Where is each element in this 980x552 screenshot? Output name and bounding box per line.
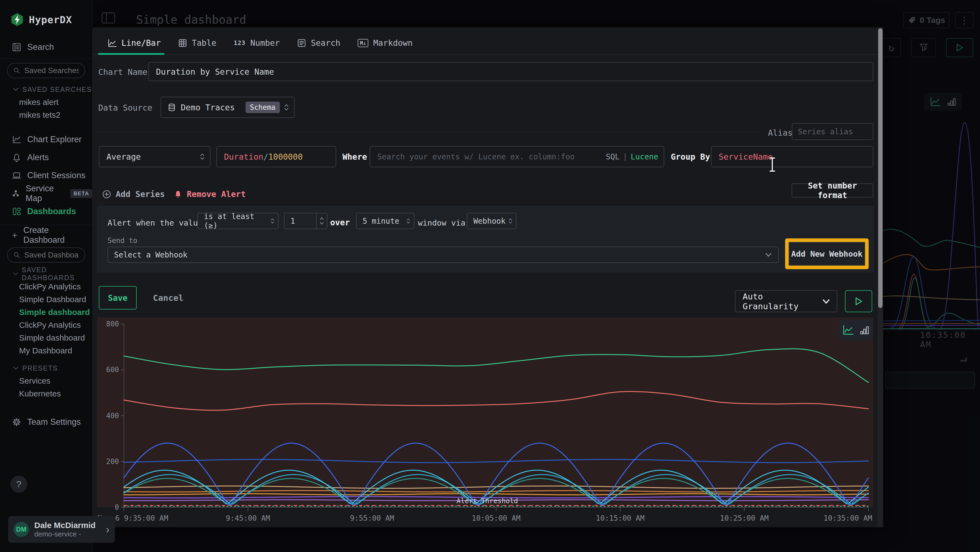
sidebar-item-saved-dashboard[interactable]: Simple Dashboard <box>0 293 92 306</box>
webhook-select[interactable]: Select a Webhook <box>108 247 778 263</box>
divider <box>0 225 92 225</box>
line-chart-icon <box>843 324 853 335</box>
number-spinner[interactable] <box>316 213 327 228</box>
tab-line-bar[interactable]: Line/Bar <box>108 38 161 48</box>
sidebar-item-service-map[interactable]: Service Map BETA <box>0 185 92 203</box>
search-lines-icon <box>297 39 306 48</box>
cancel-button[interactable]: Cancel <box>153 293 183 303</box>
avatar: DM <box>14 522 29 537</box>
beta-badge: BETA <box>70 189 92 198</box>
tab-search[interactable]: Search <box>297 38 340 48</box>
aggregation-select[interactable]: Average <box>99 146 210 167</box>
chart-name-input[interactable] <box>149 67 873 77</box>
data-source-label: Data Source <box>98 103 153 113</box>
scrollbar-thumb[interactable] <box>878 28 883 308</box>
aggregation-value: Average <box>99 152 200 161</box>
set-number-format-button[interactable]: Set number format <box>792 183 873 198</box>
sidebar-item-search[interactable]: Search <box>0 38 92 56</box>
sidebar-item-saved-dashboard[interactable]: Simple dashboard <box>0 306 92 319</box>
edit-chart-modal: Line/BarTable123NumberSearchM↓Markdown C… <box>92 27 883 527</box>
sidebar-item-chart-explorer[interactable]: Chart Explorer <box>0 131 92 148</box>
chart-name-field[interactable] <box>148 62 873 81</box>
remove-alert-button[interactable]: Remove Alert <box>174 189 246 199</box>
alias-field[interactable] <box>792 123 873 140</box>
modal-scrollbar <box>878 27 883 527</box>
alias-label: Alias <box>768 128 792 137</box>
sql-toggle[interactable]: SQL <box>606 152 620 161</box>
saved-searches-input[interactable] <box>24 66 79 75</box>
sidebar-item-preset[interactable]: Services <box>0 374 92 387</box>
sidebar-item-saved-dashboard[interactable]: My Dashboard <box>0 344 92 357</box>
saved-searches-search[interactable] <box>7 63 85 78</box>
select-chevrons-icon <box>406 217 410 225</box>
schema-badge[interactable]: Schema <box>245 102 280 113</box>
alert-threshold-input[interactable]: 1 <box>284 213 328 229</box>
sidebar-item-client-sessions[interactable]: Client Sessions <box>0 166 92 185</box>
svg-text:800: 800 <box>106 320 119 328</box>
lucene-toggle[interactable]: Lucene <box>631 152 658 161</box>
user-name: Dale McDiarmid <box>34 521 95 530</box>
section-saved-dashboards[interactable]: SAVED DASHBOARDS <box>0 268 92 280</box>
line-chart-icon <box>108 39 116 48</box>
save-button[interactable]: Save <box>99 286 137 310</box>
tab-markdown[interactable]: M↓Markdown <box>358 38 412 48</box>
svg-text:Alert Threshold: Alert Threshold <box>457 497 518 505</box>
sidebar-item-dashboards[interactable]: Dashboards <box>0 203 92 220</box>
alert-condition-select[interactable]: is at least (≥) <box>197 213 278 229</box>
sidebar-item-saved-dashboard[interactable]: ClickPy Analytics <box>0 319 92 331</box>
saved-dashboards-search[interactable] <box>7 247 85 263</box>
user-subtitle: demo-service - <box>34 530 95 538</box>
alert-channel-select[interactable]: Webhook <box>467 213 516 229</box>
section-presets[interactable]: PRESETS <box>0 362 92 374</box>
chevron-down-icon <box>320 222 324 225</box>
markdown-icon: M↓ <box>358 39 368 47</box>
saved-dashboards-input[interactable] <box>24 250 79 259</box>
group-by-label: Group By <box>671 152 710 161</box>
sidebar-item-saved-dashboard[interactable]: ClickPy Analytics <box>0 280 92 293</box>
sidebar-item-saved-search[interactable]: mikes tets2 <box>0 108 92 121</box>
plus-icon: + <box>12 230 18 241</box>
sidebar: HyperDX Search SAVED SEARCHES mikes aler… <box>0 0 92 552</box>
chevron-right-icon: › <box>106 523 110 536</box>
search-icon <box>14 252 20 258</box>
sidebar-item-preset[interactable]: Kubernetes <box>0 387 92 400</box>
chevron-down-icon <box>765 253 772 257</box>
data-source-select[interactable]: Demo Traces Schema <box>161 97 294 118</box>
add-new-webhook-button[interactable]: Add New Webhook <box>789 242 865 266</box>
sidebar-item-saved-dashboard[interactable]: Simple dashboard <box>0 331 92 344</box>
user-menu[interactable]: DM Dale McDiarmid demo-service - › <box>8 516 115 543</box>
alias-input[interactable] <box>792 127 873 136</box>
divider <box>97 132 759 132</box>
presets-list: ServicesKubernetes <box>0 374 92 400</box>
active-tab-underline <box>98 53 164 55</box>
sidebar-item-create-dashboard[interactable]: + Create Dashboard <box>0 227 92 243</box>
chart-name-label: Chart Name <box>98 67 148 77</box>
add-series-button[interactable]: Add Series <box>102 189 165 199</box>
field-expression-input[interactable]: Duration/1000000 <box>216 146 336 167</box>
chart-type-toggle[interactable] <box>839 319 873 341</box>
data-source-value: Demo Traces <box>176 103 245 112</box>
where-search-field[interactable]: SQL | Lucene <box>370 146 664 167</box>
select-chevrons-icon <box>508 217 512 225</box>
section-saved-searches[interactable]: SAVED SEARCHES <box>0 83 92 96</box>
group-by-field[interactable] <box>711 146 873 167</box>
saved-searches-list: mikes alertmikes tets2 <box>0 96 92 121</box>
tab-table[interactable]: Table <box>178 38 216 48</box>
sidebar-item-saved-search[interactable]: mikes alert <box>0 96 92 108</box>
run-chart-button[interactable] <box>845 290 872 312</box>
help-button[interactable]: ? <box>10 476 27 493</box>
brand[interactable]: HyperDX <box>0 0 92 27</box>
svg-text:200: 200 <box>106 458 119 466</box>
tab-number[interactable]: 123Number <box>234 38 280 48</box>
granularity-select[interactable]: Auto Granularity <box>735 290 837 312</box>
alert-window-select[interactable]: 5 minute <box>356 213 414 229</box>
chart-type-tabs: Line/BarTable123NumberSearchM↓Markdown <box>92 27 878 55</box>
sidebar-item-team-settings[interactable]: Team Settings <box>0 413 92 431</box>
group-by-input[interactable] <box>711 152 873 161</box>
dashboards-icon <box>12 207 21 216</box>
alert-prefix-label: Alert when the value <box>108 218 202 228</box>
hyperdx-logo-icon <box>11 13 24 26</box>
sidebar-item-alerts[interactable]: Alerts <box>0 148 92 166</box>
database-icon <box>168 103 176 112</box>
svg-text:10:35:00 AM: 10:35:00 AM <box>824 514 872 522</box>
